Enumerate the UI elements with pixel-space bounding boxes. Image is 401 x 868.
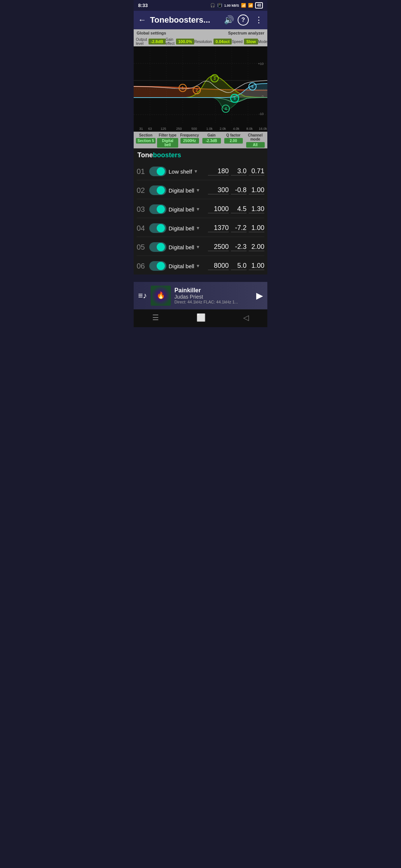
resolution-label: Resolution: [194, 40, 212, 44]
frequency-value[interactable]: 1000: [208, 205, 229, 213]
nav-bar: ☰ ⬜ ◁: [134, 309, 267, 327]
svg-text:🔥: 🔥: [157, 291, 165, 299]
q-value[interactable]: 1.00: [249, 186, 264, 194]
row-number: 03: [137, 205, 147, 214]
svg-text:16.0k: 16.0k: [259, 127, 267, 131]
speed-indicator: 1.00 kB/S: [224, 4, 239, 7]
svg-text:63: 63: [148, 127, 152, 131]
album-art: 🔥: [151, 286, 171, 306]
eq-row: 04 Digital bell ▼ 1370 -7.2 1.00: [137, 218, 264, 237]
frequency-value[interactable]: 1370: [208, 224, 229, 232]
toggle-switch[interactable]: [149, 204, 166, 214]
frequency-value[interactable]: 8000: [208, 262, 229, 270]
toggle-switch[interactable]: [149, 242, 166, 252]
eq-row: 06 Digital bell ▼ 8000 5.0 1.00: [137, 256, 264, 274]
svg-text:4: 4: [225, 107, 227, 111]
nav-home-button[interactable]: ⬜: [196, 313, 206, 322]
toneboosters-logo: Toneboosters: [134, 148, 267, 161]
track-title: Painkiller: [175, 287, 252, 294]
filter-ctrl-value[interactable]: Digital bell: [157, 138, 178, 148]
channel-ctrl-label: Channel mode: [245, 133, 266, 141]
filter-type-selector[interactable]: Digital bell ▼: [169, 225, 206, 231]
row-number: 02: [137, 186, 147, 195]
q-value[interactable]: 0.71: [249, 167, 264, 175]
gain-ctrl-value[interactable]: -2.3dB: [202, 138, 221, 144]
play-button[interactable]: ▶: [256, 290, 263, 301]
gain-value[interactable]: -0.8: [231, 186, 247, 194]
gain-effect-value[interactable]: 100.0%: [176, 39, 194, 45]
channel-ctrl-value[interactable]: All: [246, 142, 265, 148]
track-meta: Direct: 44.1kHz FLAC: 44.1kHz 1...: [175, 300, 252, 304]
q-ctrl-value[interactable]: 2.00: [224, 138, 243, 144]
freq-ctrl-label: Frequency: [180, 133, 199, 137]
filter-type-selector[interactable]: Digital bell ▼: [169, 263, 206, 269]
gain-value[interactable]: 4.5: [231, 205, 247, 213]
speed-value[interactable]: Slow: [244, 39, 258, 45]
dropdown-arrow-icon: ▼: [196, 188, 200, 193]
eq-section: Global settings Spectrum analyzer Output…: [134, 29, 267, 148]
section-ctrl-value[interactable]: Section 5: [136, 138, 155, 144]
section-ctrl: Section Section 5: [135, 133, 156, 148]
row-number: 04: [137, 224, 147, 233]
svg-text:500: 500: [191, 127, 197, 131]
output-level-label: Output level: [136, 37, 147, 46]
svg-text:3: 3: [213, 76, 216, 80]
svg-text:125: 125: [160, 127, 166, 131]
q-value[interactable]: 1.00: [249, 262, 264, 270]
gain-value[interactable]: 3.0: [231, 167, 247, 175]
filter-name: Digital bell: [169, 187, 194, 194]
toggle-switch[interactable]: [149, 223, 166, 233]
dropdown-arrow-icon: ▼: [196, 207, 200, 212]
global-settings-label: Global settings: [137, 31, 166, 35]
more-menu-button[interactable]: ⋮: [255, 15, 263, 25]
nav-menu-button[interactable]: ☰: [152, 313, 159, 322]
q-value[interactable]: 2.00: [249, 243, 264, 251]
svg-text:2: 2: [196, 88, 198, 92]
frequency-value[interactable]: 300: [208, 186, 229, 194]
output-level-value[interactable]: -2.8dB: [149, 39, 166, 45]
section-ctrl-label: Section: [139, 133, 152, 137]
eq-row: 03 Digital bell ▼ 1000 4.5 1.30: [137, 199, 264, 218]
gain-ctrl-label: Gain: [207, 133, 215, 137]
frequency-value[interactable]: 180: [208, 167, 229, 175]
gain-value[interactable]: 5.0: [231, 262, 247, 270]
row-number: 06: [137, 262, 147, 270]
spectrum-settings-group: Spectrum analyzer: [228, 31, 264, 35]
filter-type-selector[interactable]: Digital bell ▼: [169, 244, 206, 250]
gain-effect-label: Gain effect: [166, 37, 175, 46]
gain-value[interactable]: -2.3: [231, 243, 247, 251]
row-number: 05: [137, 243, 147, 251]
freq-ctrl-value[interactable]: 2500Hz: [180, 138, 199, 144]
resolution-value[interactable]: 0.04oct: [213, 39, 232, 45]
toggle-switch[interactable]: [149, 167, 166, 176]
q-value[interactable]: 1.30: [249, 205, 264, 213]
filter-name: Digital bell: [169, 244, 194, 250]
filter-ctrl-label: Filter type: [159, 133, 177, 137]
gain-value[interactable]: -7.2: [231, 224, 247, 232]
toggle-switch[interactable]: [149, 261, 166, 271]
filter-name: Digital bell: [169, 206, 194, 213]
svg-text:8.0k: 8.0k: [246, 127, 253, 131]
volume-button[interactable]: 🔊: [224, 15, 234, 25]
eq-row: 05 Digital bell ▼ 2500 -2.3 2.00: [137, 237, 264, 256]
svg-text:4.0k: 4.0k: [233, 127, 239, 131]
speed-label: Speed: [232, 40, 242, 44]
global-settings-group: Global settings: [137, 31, 166, 35]
back-button[interactable]: ←: [138, 15, 146, 25]
nav-back-button[interactable]: ◁: [243, 313, 249, 322]
frequency-value[interactable]: 2500: [208, 243, 229, 251]
filter-type-selector[interactable]: Digital bell ▼: [169, 187, 206, 194]
svg-text:1.0k: 1.0k: [206, 127, 213, 131]
freq-ctrl: Frequency 2500Hz: [179, 133, 200, 148]
section-controls: Section Section 5 Filter type Digital be…: [134, 132, 267, 148]
filter-type-selector[interactable]: Low shelf ▼: [169, 168, 206, 175]
filter-type-selector[interactable]: Digital bell ▼: [169, 206, 206, 213]
dropdown-arrow-icon: ▼: [196, 226, 200, 231]
help-button[interactable]: ?: [238, 14, 249, 26]
mode-group: Mode Off: [258, 39, 267, 45]
q-value[interactable]: 1.00: [249, 224, 264, 232]
gain-effect-group: Gain effect 100.0%: [166, 37, 195, 46]
eq-rows-list: 01 Low shelf ▼ 180 3.0 0.71 02 Digital b…: [134, 161, 267, 274]
eq-chart[interactable]: +10 0 -10 1 2: [134, 46, 267, 132]
toggle-switch[interactable]: [149, 185, 166, 195]
